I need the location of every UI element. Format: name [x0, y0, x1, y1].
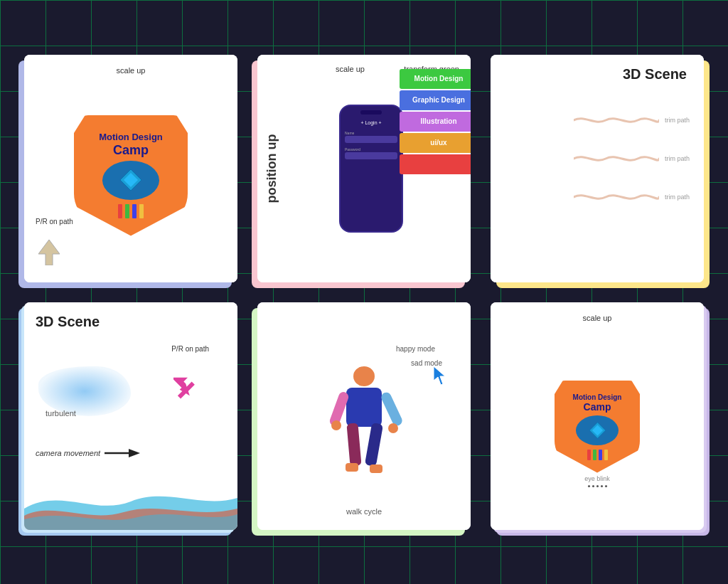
menu-item-motion: Motion Design — [400, 69, 471, 89]
wave-row-3: trim path — [574, 189, 690, 206]
camera-movement-label: camera movement — [36, 447, 140, 459]
cursor-icon — [434, 366, 449, 388]
wave-path-3 — [574, 189, 659, 206]
character-figure — [328, 366, 400, 494]
eye-dot-2 — [592, 485, 594, 487]
turbulent-label: turbulent — [46, 409, 76, 418]
camera-arrow-icon — [105, 447, 140, 459]
eye-dot-5 — [605, 485, 607, 487]
pr-on-path-label-1: P/R on path — [36, 218, 73, 225]
badge-logo-small: Motion Design Camp — [555, 381, 640, 473]
badge-small-pencils — [587, 450, 608, 460]
badge-inner-circle — [102, 161, 159, 200]
wave-label-1: trim path — [665, 117, 690, 124]
svg-marker-6 — [129, 449, 140, 457]
main-grid: scale up Motion Design Camp — [3, 33, 725, 551]
eye-dot-1 — [588, 485, 590, 487]
wave-path-1 — [574, 112, 659, 129]
phone-password-label: Password — [345, 147, 397, 152]
eye-dots — [588, 485, 607, 487]
card3-title: 3D Scene — [623, 66, 687, 83]
pr-arrow-icon — [173, 373, 202, 405]
card-3d-waves: 3D Scene trim path trim path — [491, 55, 704, 282]
happy-mode-label: happy mode — [396, 345, 435, 353]
badge-diamond-icon — [109, 166, 152, 194]
wave-bottom-svg — [24, 473, 237, 530]
position-up-label: position up — [264, 134, 279, 203]
menu-panel: Motion Design Graphic Design Illustratio… — [400, 69, 471, 174]
menu-item-red — [400, 154, 471, 174]
svg-marker-7 — [434, 366, 445, 385]
card-walk-cycle: happy mode sad mode — [257, 302, 471, 530]
figure-hand-left — [331, 420, 341, 430]
pencil-green — [125, 204, 129, 218]
eye-blink-section: eye blink — [584, 475, 610, 487]
figure-leg-left — [346, 423, 361, 466]
phone-name-label: Name — [345, 131, 397, 135]
phone-input-password — [345, 152, 397, 159]
wave-path-2 — [574, 150, 659, 167]
wave-label-3: trim path — [665, 193, 690, 201]
wave-row-2: trim path — [574, 150, 690, 167]
badge-small-diamond-icon — [582, 420, 614, 441]
arrow-up-icon — [38, 240, 60, 268]
wave-label-2: trim path — [665, 155, 690, 162]
figure-hand-right — [388, 423, 398, 433]
badge-small-title2: Camp — [584, 401, 611, 413]
scale-up-label-6: scale up — [583, 314, 612, 322]
menu-item-illustration: Illustration — [400, 112, 471, 132]
badge-title-line1: Motion Design — [99, 132, 163, 142]
eye-dot-3 — [596, 485, 599, 487]
card-badge-small: scale up Motion Design Camp — [491, 302, 704, 530]
figure-arm-right — [380, 391, 404, 427]
small-pencil-green — [593, 450, 596, 460]
card-badge-large: scale up Motion Design Camp — [24, 55, 237, 282]
badge-small-circle — [576, 415, 619, 445]
small-pencil-red — [587, 450, 591, 460]
small-pencil-blue — [599, 450, 602, 460]
walk-cycle-label: walk cycle — [346, 507, 382, 516]
svg-marker-2 — [38, 240, 60, 265]
card4-title: 3D Scene — [36, 314, 100, 329]
phone-mockup: + Login + Name Password — [339, 105, 403, 233]
menu-item-uiux: ui/ux — [400, 133, 471, 153]
figure-leg-right — [365, 423, 383, 467]
scale-up-label-1: scale up — [117, 66, 146, 75]
wave-section: trim path trim path trim pat — [574, 112, 690, 206]
pencil-blue — [132, 204, 136, 218]
pencil-red — [118, 204, 122, 218]
eye-dot-4 — [601, 485, 603, 487]
figure-foot-right — [370, 464, 382, 473]
phone-login-text: + Login + — [345, 120, 397, 125]
wave-row-1: trim path — [574, 112, 690, 129]
figure-body — [346, 388, 382, 427]
eye-blink-label: eye blink — [584, 475, 610, 482]
phone-input-name — [345, 136, 397, 143]
card-app-ui: scale up transform green position up + L… — [257, 55, 471, 282]
figure-foot-left — [346, 463, 358, 472]
menu-item-graphic: Graphic Design — [400, 90, 471, 110]
badge-title-line2: Camp — [113, 143, 149, 158]
pr-on-path-label-4: P/R on path — [171, 345, 209, 353]
badge-pencils — [118, 204, 144, 218]
figure-head — [353, 366, 375, 386]
pencil-yellow — [139, 204, 144, 218]
scale-up-label-2: scale up — [336, 65, 365, 73]
badge-small-title1: Motion Design — [573, 393, 622, 401]
card-3d-turbulent: 3D Scene P/R on path turbulent camera mo… — [24, 302, 237, 530]
phone-notch — [360, 110, 382, 115]
badge-logo-large: Motion Design Camp — [74, 115, 188, 236]
small-pencil-yellow — [604, 450, 608, 460]
svg-marker-4 — [173, 373, 198, 398]
